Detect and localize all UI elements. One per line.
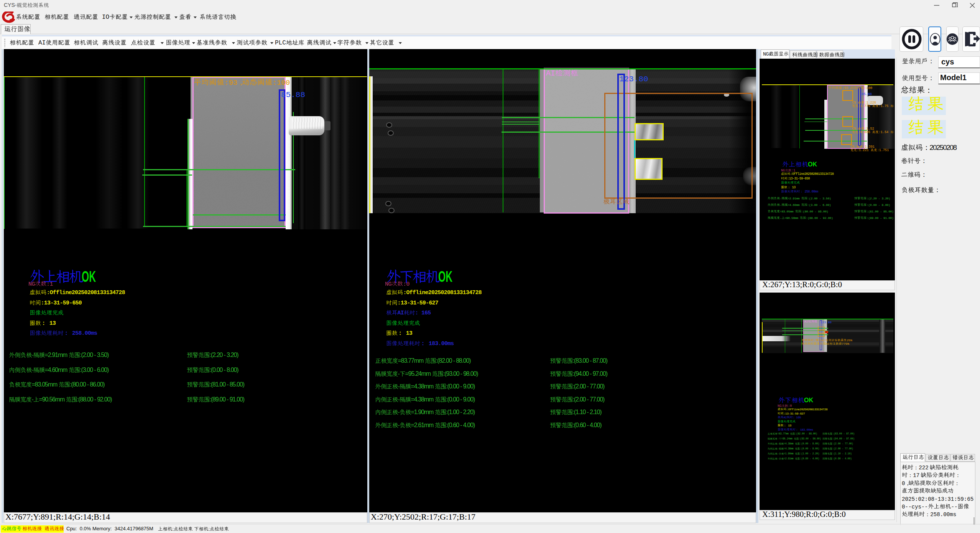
svg-text:: 165: : 165 <box>415 310 431 316</box>
svg-text:=95.24mm: =95.24mm <box>781 438 794 440</box>
svg-text:-: - <box>398 409 400 415</box>
svg-text::(0.60 - 4.00): :(0.60 - 4.00) <box>832 457 852 460</box>
svg-text::Offline20250208133134728: :Offline20250208133134728 <box>403 290 482 296</box>
svg-text:-: - <box>398 396 400 403</box>
svg-text:AI: AI <box>784 416 787 419</box>
svg-text:-: - <box>778 438 779 440</box>
svg-text::13-31-59-627: :13-31-59-627 <box>784 412 805 415</box>
svg-text::(2.20 - 3.20): :(2.20 - 3.20) <box>210 352 239 358</box>
svg-text:OK: OK <box>82 268 96 285</box>
svg-text::(89.00 - 91.00): :(89.00 - 91.00) <box>867 216 893 220</box>
svg-text::(2.00 - 3.50): :(2.00 - 3.50) <box>80 352 109 358</box>
svg-text::(2.00 - 3.50): :(2.00 - 3.50) <box>807 197 831 200</box>
svg-text:=4.38mm: =4.38mm <box>411 383 435 390</box>
svg-text:-: - <box>780 197 781 200</box>
svg-text:： 258.00ms: ： 258.00ms <box>800 190 819 193</box>
svg-text:： 183.00ms: ： 183.00ms <box>796 428 814 431</box>
svg-text::: : <box>209 526 210 532</box>
svg-text:-: - <box>398 383 400 390</box>
svg-text:：: ： <box>954 480 960 486</box>
svg-text:2025:02:08-13:31:59:65: 2025:02:08-13:31:59:65 <box>902 496 973 502</box>
svg-text:X:267;Y:13;R:0;G:0;B:0: X:267;Y:13;R:0;G:0;B:0 <box>762 280 842 289</box>
svg-text:=1.90mm: =1.90mm <box>411 409 435 415</box>
svg-text::(93.00 - 98.00): :(93.00 - 98.00) <box>799 438 821 440</box>
svg-text:： 183.00ms: ： 183.00ms <box>420 341 454 347</box>
svg-text::(2.00 - 77.00): :(2.00 - 77.00) <box>573 383 605 390</box>
svg-text:： 13: ： 13 <box>41 320 56 326</box>
svg-text:=1.90mm: =1.90mm <box>784 452 795 455</box>
svg-text::100: :100 <box>864 86 873 90</box>
svg-text:0--cys--: 0--cys-- <box>902 504 928 510</box>
svg-text:： 258.00ms: ： 258.00ms <box>64 331 97 337</box>
svg-text:=4.60mm: =4.60mm <box>45 367 69 373</box>
svg-text::: : <box>173 526 174 532</box>
svg-text::1.775: :1.775 <box>858 104 872 108</box>
svg-text::(0.00 - 9.00): :(0.00 - 9.00) <box>446 383 475 390</box>
svg-text::1.221: :1.221 <box>857 148 871 152</box>
svg-text:: 165: : 165 <box>793 416 801 419</box>
svg-text::(1.00 - 2.20): :(1.00 - 2.20) <box>446 409 475 415</box>
svg-text:：17，: ：17， <box>908 472 925 479</box>
svg-text::1.54: :1.54 <box>879 130 891 134</box>
svg-text:=4.60mm: =4.60mm <box>788 203 801 207</box>
svg-text::13-31-59-650: :13-31-59-650 <box>787 176 810 180</box>
svg-text:： 13: ： 13 <box>787 185 796 189</box>
svg-text:：: ： <box>921 171 927 179</box>
svg-text:： 13: ： 13 <box>784 424 792 427</box>
svg-text::(0.60 - 4.00): :(0.60 - 4.00) <box>573 422 602 428</box>
svg-text::0: :0 <box>403 281 410 288</box>
svg-text:25%: 25% <box>847 339 852 342</box>
svg-text::(80.00 - 86.00): :(80.00 - 86.00) <box>70 381 105 388</box>
svg-text::(83.00 - 87.00): :(83.00 - 87.00) <box>573 357 608 364</box>
svg-text::Offline20250208133134728: :Offline20250208133134728 <box>791 172 834 176</box>
svg-text::(82.00 - 88.00): :(82.00 - 88.00) <box>436 357 471 364</box>
svg-text:-: - <box>780 203 781 207</box>
svg-text:=4.38mm: =4.38mm <box>784 447 795 450</box>
svg-text:=4.38mm: =4.38mm <box>784 443 795 445</box>
svg-text:PLC: PLC <box>275 39 286 46</box>
svg-text::(0.00 - 8.00): :(0.00 - 8.00) <box>210 367 239 373</box>
svg-text::(88.00 - 92.00): :(88.00 - 92.00) <box>806 216 833 220</box>
svg-text:Cpu: 0.0% Memory: 3424.41796: Cpu: 0.0% Memory: 3424.41796875M <box>66 526 153 531</box>
svg-text:：: ： <box>928 58 934 65</box>
svg-text:：: ： <box>955 472 960 479</box>
svg-text::(93.00 - 98.00): :(93.00 - 98.00) <box>443 370 478 377</box>
svg-text:X:270;Y:2502;R:17;G:17;B:17: X:270;Y:2502;R:17;G:17;B:17 <box>371 512 475 521</box>
svg-text:=2.91mm: =2.91mm <box>45 352 69 358</box>
svg-text:=83.05mm: =83.05mm <box>32 381 59 388</box>
svg-text::(2.20 - 3.20): :(2.20 - 3.20) <box>867 197 890 200</box>
svg-text:-: - <box>778 443 779 445</box>
svg-text::(94.00 - 97.00): :(94.00 - 97.00) <box>832 438 855 440</box>
svg-text:-: - <box>398 370 400 377</box>
svg-text:-: - <box>398 422 400 428</box>
svg-text:=90.56mm: =90.56mm <box>39 396 66 403</box>
svg-text::(81.00 - 85.00): :(81.00 - 85.00) <box>210 381 245 388</box>
svg-text:AI: AI <box>822 339 825 342</box>
svg-text:123.80: 123.80 <box>821 321 832 324</box>
svg-text::(0.00 - 8.00): :(0.00 - 8.00) <box>867 203 890 207</box>
svg-text::(0.00 - 9.00): :(0.00 - 9.00) <box>446 396 475 403</box>
svg-text::: : <box>814 339 816 342</box>
svg-text:-: - <box>32 352 34 358</box>
svg-text:OK: OK <box>808 161 817 168</box>
svg-text:：: ： <box>921 158 927 165</box>
svg-text::(3.00 - 6.00): :(3.00 - 6.00) <box>80 367 109 373</box>
svg-text::1.751: :1.751 <box>877 148 889 152</box>
svg-text:X:7677;Y:891;R:14;G:14;B:14: X:7677;Y:891;R:14;G:14;B:14 <box>5 512 110 521</box>
svg-text:=83.05mm: =83.05mm <box>780 210 795 213</box>
svg-text:AI: AI <box>804 320 808 323</box>
svg-text:-: - <box>778 452 779 455</box>
svg-text::1.75: :1.75 <box>879 104 891 108</box>
svg-text::(82.00 - 88.00): :(82.00 - 88.00) <box>795 433 817 435</box>
svg-text::(0.00 - 9.00): :(0.00 - 9.00) <box>800 447 819 450</box>
svg-text::1: :1 <box>46 281 53 288</box>
svg-text:-: - <box>32 396 34 403</box>
svg-text:AI: AI <box>38 39 46 46</box>
svg-text::(2.00 - 77.00): :(2.00 - 77.00) <box>832 447 853 450</box>
svg-text:OK: OK <box>804 397 813 403</box>
svg-text::(0.00 - 9.00): :(0.00 - 9.00) <box>800 443 819 445</box>
svg-text::(81.00 - 85.00): :(81.00 - 85.00) <box>867 210 893 213</box>
svg-text::93，: :93， <box>842 86 852 90</box>
svg-text:--: -- <box>951 504 957 510</box>
svg-text:-: - <box>778 447 779 450</box>
